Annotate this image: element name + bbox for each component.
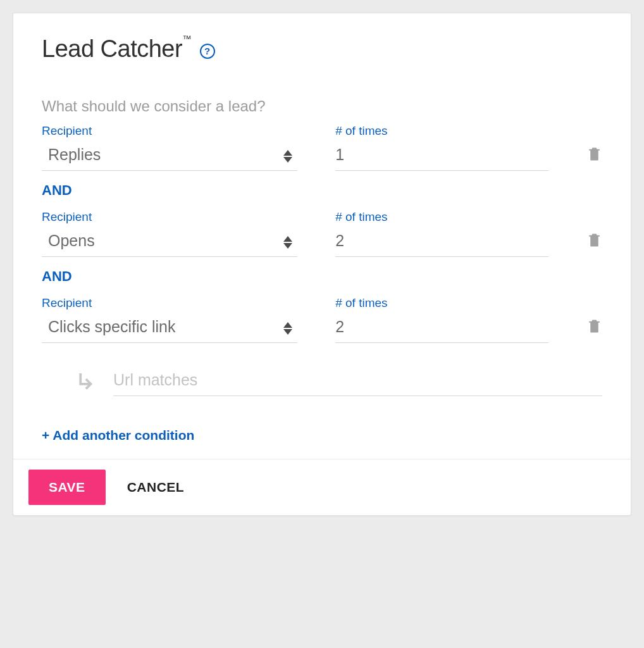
add-another-condition-link[interactable]: + Add another condition xyxy=(42,428,194,443)
times-label: # of times xyxy=(335,124,548,138)
trademark-symbol: ™ xyxy=(182,34,191,44)
cancel-button[interactable]: CANCEL xyxy=(127,480,185,495)
trash-icon[interactable] xyxy=(586,316,602,335)
recipient-label: Recipient xyxy=(42,296,297,310)
times-input[interactable]: 2 xyxy=(335,228,548,257)
select-arrows-icon xyxy=(283,322,292,335)
title-row: Lead Catcher™ ? xyxy=(42,35,602,63)
recipient-field: Recipient Opens xyxy=(42,210,297,257)
recipient-select-value: Replies xyxy=(48,146,101,163)
recipient-select-value: Clicks specific link xyxy=(48,318,175,335)
recipient-select-value: Opens xyxy=(48,232,95,249)
times-label: # of times xyxy=(335,296,548,310)
times-field: # of times 2 xyxy=(335,210,548,257)
times-input-value: 1 xyxy=(335,146,344,163)
subcondition-row: Url matches xyxy=(42,367,602,396)
times-input-value: 2 xyxy=(335,232,344,249)
title-text: Lead Catcher xyxy=(42,35,182,62)
condition-row: Recipient Clicks specific link # of time… xyxy=(42,296,602,343)
card-footer: SAVE CANCEL xyxy=(13,459,631,515)
times-input-value: 2 xyxy=(335,318,344,335)
times-field: # of times 2 xyxy=(335,296,548,343)
select-arrows-icon xyxy=(283,236,292,249)
recipient-label: Recipient xyxy=(42,210,297,224)
lead-catcher-card: Lead Catcher™ ? What should we consider … xyxy=(13,13,631,516)
url-matches-input[interactable]: Url matches xyxy=(113,367,602,396)
url-placeholder: Url matches xyxy=(113,371,197,389)
select-arrows-icon xyxy=(283,150,292,163)
recipient-label: Recipient xyxy=(42,124,297,138)
trash-icon[interactable] xyxy=(586,144,602,163)
operator-and: AND xyxy=(42,182,602,199)
condition-row: Recipient Opens # of times 2 xyxy=(42,210,602,257)
card-body: Lead Catcher™ ? What should we consider … xyxy=(13,13,631,459)
condition-row: Recipient Replies # of times 1 xyxy=(42,124,602,171)
operator-and: AND xyxy=(42,268,602,285)
recipient-select[interactable]: Opens xyxy=(42,228,297,257)
recipient-select[interactable]: Replies xyxy=(42,142,297,171)
sub-arrow-icon xyxy=(77,371,96,392)
page-title: Lead Catcher™ xyxy=(42,35,191,63)
recipient-field: Recipient Replies xyxy=(42,124,297,171)
save-button[interactable]: SAVE xyxy=(28,470,106,505)
times-input[interactable]: 1 xyxy=(335,142,548,171)
times-field: # of times 1 xyxy=(335,124,548,171)
help-icon[interactable]: ? xyxy=(200,44,215,59)
subtitle: What should we consider a lead? xyxy=(42,97,602,115)
times-label: # of times xyxy=(335,210,548,224)
recipient-field: Recipient Clicks specific link xyxy=(42,296,297,343)
trash-icon[interactable] xyxy=(586,230,602,249)
recipient-select[interactable]: Clicks specific link xyxy=(42,314,297,343)
times-input[interactable]: 2 xyxy=(335,314,548,343)
